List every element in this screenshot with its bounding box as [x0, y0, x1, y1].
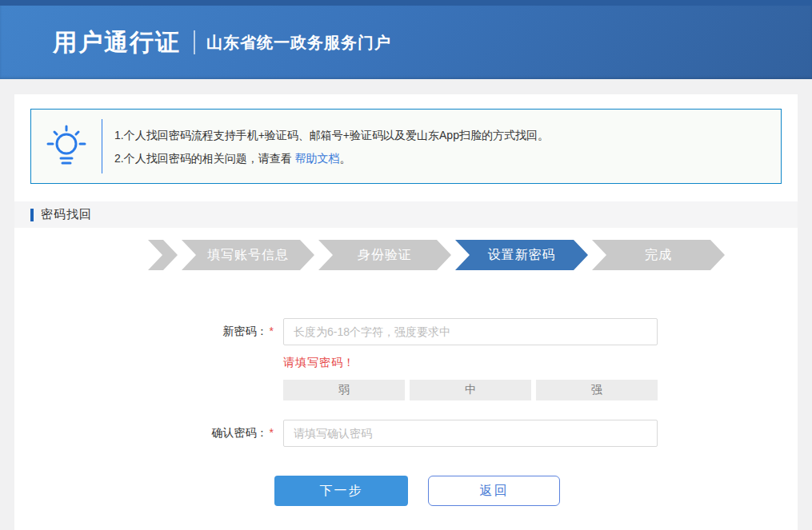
strength-weak: 弱 [283, 380, 405, 400]
step-fill-account-info: 填写账号信息 [182, 240, 314, 270]
section-title: 密码找回 [41, 207, 92, 222]
step-set-new-password: 设置新密码 [455, 240, 588, 270]
content-card: 1.个人找回密码流程支持手机+验证码、邮箱号+验证码以及爱山东App扫脸的方式找… [14, 94, 798, 530]
portal-subtitle: 山东省统一政务服务门户 [206, 32, 391, 54]
section-header: 密码找回 [14, 201, 798, 228]
required-asterisk: * [270, 325, 274, 337]
portal-title: 用户通行证 [53, 26, 181, 59]
new-password-label: 新密码：* [14, 325, 274, 339]
step-identity-verification: 身份验证 [318, 240, 451, 270]
action-buttons: 下一步 返回 [274, 476, 560, 506]
strength-strong: 强 [536, 380, 658, 400]
new-password-row: 新密码：* [14, 318, 658, 345]
password-strength-meter: 弱 中 强 [283, 380, 658, 400]
required-asterisk: * [270, 426, 274, 439]
step-wizard: 填写账号信息 身份验证 设置新密码 完成 [148, 240, 725, 270]
confirm-password-input[interactable] [283, 420, 658, 447]
section-accent-bar [30, 209, 34, 221]
page-header: 用户通行证 山东省统一政务服务门户 [0, 6, 812, 79]
notice-line-2: 2.个人找回密码的相关问题，请查看 帮助文档。 [114, 148, 549, 169]
help-doc-link[interactable]: 帮助文档 [295, 152, 340, 165]
notice-box: 1.个人找回密码流程支持手机+验证码、邮箱号+验证码以及爱山东App扫脸的方式找… [30, 109, 782, 184]
lightbulb-icon [31, 124, 102, 169]
notice-line-2-text: 2.个人找回密码的相关问题，请查看 [114, 152, 295, 165]
wizard-lead-chevron-icon [148, 240, 178, 270]
notice-line-2-suffix: 。 [340, 152, 351, 165]
password-error-message: 请填写密码！ [283, 356, 355, 370]
back-button[interactable]: 返回 [428, 476, 560, 506]
strength-medium: 中 [410, 380, 531, 400]
new-password-input[interactable] [283, 318, 658, 345]
next-step-button[interactable]: 下一步 [274, 476, 408, 506]
notice-line-1: 1.个人找回密码流程支持手机+验证码、邮箱号+验证码以及爱山东App扫脸的方式找… [114, 125, 549, 145]
header-divider [194, 30, 195, 54]
confirm-password-row: 确认密码：* [14, 420, 658, 447]
header-top-strip [0, 0, 812, 6]
step-complete: 完成 [592, 240, 725, 270]
confirm-password-label: 确认密码：* [14, 426, 274, 440]
